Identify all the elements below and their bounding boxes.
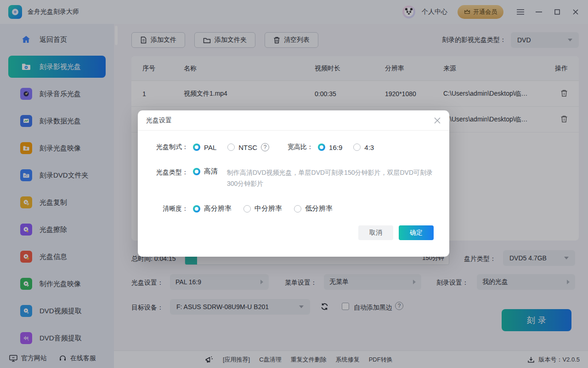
close-icon <box>434 117 441 124</box>
radio-16-9[interactable]: 16:9 <box>318 144 342 151</box>
app-window: 金舟光盘刻录大师 个人中心 开通会员 返回首页 <box>0 0 588 368</box>
disc-kind-label: 光盘类型： <box>154 168 188 177</box>
radio-on-icon <box>193 205 200 213</box>
disc-kind-row: 光盘类型： 高清 制作高清DVD视频光盘，单层DVD可刻录150分钟影片，双层D… <box>154 167 435 189</box>
radio-on-icon <box>193 144 200 151</box>
radio-off-icon <box>243 205 251 213</box>
radio-high-res[interactable]: 高分辨率 <box>193 204 232 213</box>
radio-off-icon <box>353 144 361 151</box>
radio-ntsc[interactable]: NTSC <box>227 144 257 151</box>
radio-pal[interactable]: PAL <box>193 144 216 151</box>
disc-kind-description: 制作高清DVD视频光盘，单层DVD可刻录150分钟影片，双层DVD可刻录300分… <box>227 167 435 189</box>
confirm-button[interactable]: 确定 <box>399 225 434 240</box>
radio-4-3[interactable]: 4:3 <box>353 144 374 151</box>
clarity-label: 清晰度： <box>154 205 188 213</box>
format-label: 光盘制式： <box>154 143 188 151</box>
disc-settings-modal: 光盘设置 光盘制式： PAL NTSC ? 宽高比： 16:9 4:3 <box>138 110 449 257</box>
radio-off-icon <box>227 144 235 151</box>
clarity-row: 清晰度： 高分辨率 中分辨率 低分辨率 <box>154 204 333 213</box>
format-row: 光盘制式： PAL NTSC ? 宽高比： 16:9 4:3 <box>154 143 374 151</box>
radio-on-icon <box>193 168 200 175</box>
radio-mid-res[interactable]: 中分辨率 <box>243 204 282 213</box>
radio-low-res[interactable]: 低分辨率 <box>294 204 333 213</box>
aspect-label: 宽高比： <box>288 143 313 151</box>
help-icon[interactable]: ? <box>261 143 269 151</box>
cancel-button[interactable]: 取消 <box>358 225 393 240</box>
radio-off-icon <box>294 205 301 213</box>
radio-on-icon <box>318 144 325 151</box>
modal-close-button[interactable] <box>433 116 442 125</box>
modal-header: 光盘设置 <box>138 110 449 131</box>
modal-title: 光盘设置 <box>146 116 172 125</box>
radio-hd[interactable]: 高清 <box>193 167 218 176</box>
